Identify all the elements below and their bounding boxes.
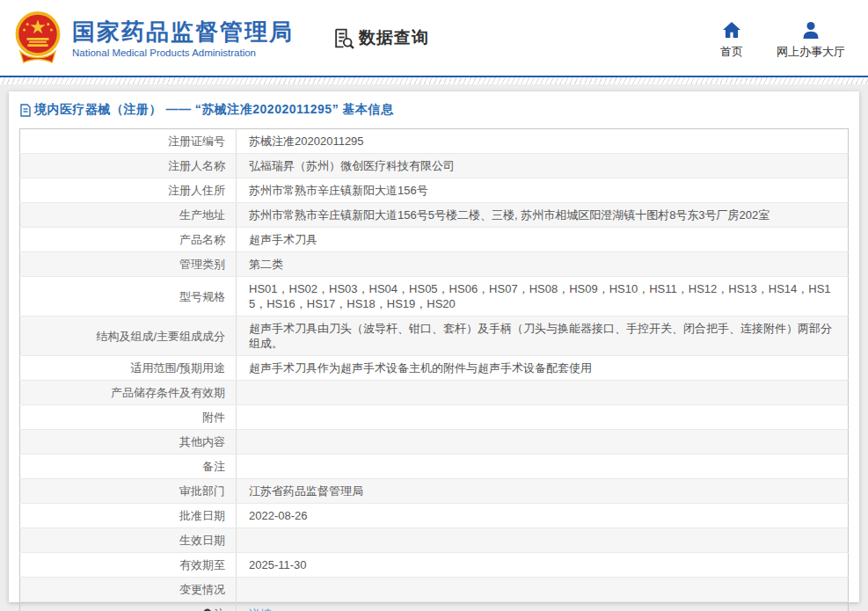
site-logo[interactable]: 国家药品监督管理局 National Medical Products Admi…: [12, 10, 294, 66]
nav-home[interactable]: 首页: [720, 21, 743, 60]
nav-online-hall-label: 网上办事大厅: [777, 44, 845, 60]
table-row: 生效日期: [20, 528, 849, 553]
hatch-band: [0, 77, 868, 84]
row-label: 有效期至: [20, 553, 237, 578]
row-label: 注册人住所: [20, 178, 237, 203]
row-label: 变更情况: [20, 578, 237, 602]
table-row: 注册证编号苏械注准20202011295: [20, 129, 849, 154]
page-title: 境内医疗器械（注册） —— “苏械注准20202011295” 基本信息: [34, 102, 394, 118]
header-links: 首页 网上办事大厅: [720, 21, 845, 60]
row-label: 生产地址: [20, 203, 237, 228]
table-row: 有效期至2025-11-30: [20, 553, 849, 578]
table-row: 批准日期2022-08-26: [20, 504, 849, 528]
detail-link[interactable]: 详情: [249, 607, 272, 611]
row-value: [237, 578, 849, 602]
row-value: 弘福瑞昇（苏州）微创医疗科技有限公司: [237, 154, 849, 178]
table-row: 产品储存条件及有效期: [20, 381, 849, 405]
logo-text: 国家药品监督管理局 National Medical Products Admi…: [72, 18, 294, 58]
home-icon: [722, 21, 741, 39]
nav-data-query-label: 数据查询: [359, 26, 429, 49]
row-label: 产品名称: [20, 228, 237, 252]
org-name-en: National Medical Products Administration: [72, 47, 294, 58]
row-label: 生效日期: [20, 528, 237, 553]
row-value: 2022-08-26: [237, 504, 849, 528]
content-card: 境内医疗器械（注册） —— “苏械注准20202011295” 基本信息 注册证…: [9, 91, 859, 602]
registration-table-wrap: 注册证编号苏械注准20202011295注册人名称弘福瑞昇（苏州）微创医疗科技有…: [19, 128, 849, 611]
row-value: 超声手术刀具由刀头（波导杆、钳口、套杆）及手柄（刀头与换能器接口、手控开关、闭合…: [237, 316, 849, 356]
nav-data-query[interactable]: 数据查询: [332, 26, 429, 49]
row-label: 结构及组成/主要组成成分: [20, 316, 237, 356]
registration-table-body: 注册证编号苏械注准20202011295注册人名称弘福瑞昇（苏州）微创医疗科技有…: [20, 129, 849, 611]
row-label: 注册证编号: [20, 129, 237, 154]
table-row: 备注: [20, 455, 849, 479]
registration-table: 注册证编号苏械注准20202011295注册人名称弘福瑞昇（苏州）微创医疗科技有…: [19, 128, 849, 611]
row-label: 批准日期: [20, 504, 237, 528]
org-name: 国家药品监督管理局: [72, 18, 294, 45]
row-value: 苏州市常熟市辛庄镇新阳大道156号5号楼二楼、三楼, 苏州市相城区阳澄湖镇十图村…: [237, 203, 849, 228]
nav-online-hall[interactable]: 网上办事大厅: [777, 21, 845, 60]
table-row: 适用范围/预期用途超声手术刀具作为超声手术设备主机的附件与超声手术设备配套使用: [20, 356, 849, 381]
table-row: 变更情况: [20, 578, 849, 602]
row-label: 型号规格: [20, 277, 237, 316]
row-value: [237, 405, 849, 430]
row-label: 管理类别: [20, 252, 237, 277]
document-search-icon: [332, 27, 354, 49]
table-row: 注册人住所苏州市常熟市辛庄镇新阳大道156号: [20, 178, 849, 203]
user-icon: [801, 21, 821, 39]
table-row: 审批部门江苏省药品监督管理局: [20, 479, 849, 504]
row-value: [237, 528, 849, 553]
table-row: 管理类别第二类: [20, 252, 849, 277]
row-value: 2025-11-30: [237, 553, 849, 578]
row-label: 其他内容: [20, 430, 237, 455]
nav-home-label: 首页: [720, 44, 743, 60]
row-value: 苏州市常熟市辛庄镇新阳大道156号: [237, 178, 849, 203]
row-value: 江苏省药品监督管理局: [237, 479, 849, 504]
row-label: 附件: [20, 405, 237, 430]
table-row: 结构及组成/主要组成成分超声手术刀具由刀头（波导杆、钳口、套杆）及手柄（刀头与换…: [20, 316, 849, 356]
page-background: 境内医疗器械（注册） —— “苏械注准20202011295” 基本信息 注册证…: [0, 84, 868, 611]
table-row: 其他内容: [20, 430, 849, 455]
row-label: 备注: [20, 455, 237, 479]
table-row: 注详情: [20, 602, 849, 611]
page-icon: [19, 104, 32, 117]
row-value: 详情: [237, 602, 849, 611]
row-label: 审批部门: [20, 479, 237, 504]
table-row: 产品名称超声手术刀具: [20, 228, 849, 252]
row-value: 超声手术刀具作为超声手术设备主机的附件与超声手术设备配套使用: [237, 356, 849, 381]
row-value: 苏械注准20202011295: [237, 129, 849, 154]
row-label: 产品储存条件及有效期: [20, 381, 237, 405]
row-value: [237, 381, 849, 405]
header: 国家药品监督管理局 National Medical Products Admi…: [0, 0, 868, 76]
row-label: 注册人名称: [20, 154, 237, 178]
row-value: [237, 455, 849, 479]
card-title-bar: 境内医疗器械（注册） —— “苏械注准20202011295” 基本信息: [9, 91, 859, 127]
row-label: 适用范围/预期用途: [20, 356, 237, 381]
table-row: 附件: [20, 405, 849, 430]
table-row: 型号规格HS01，HS02，HS03，HS04，HS05，HS06，HS07，H…: [20, 277, 849, 316]
table-row: 注册人名称弘福瑞昇（苏州）微创医疗科技有限公司: [20, 154, 849, 178]
row-label: 注: [20, 602, 237, 611]
national-emblem-icon: [12, 10, 63, 66]
table-row: 生产地址苏州市常熟市辛庄镇新阳大道156号5号楼二楼、三楼, 苏州市相城区阳澄湖…: [20, 203, 849, 228]
row-value: HS01，HS02，HS03，HS04，HS05，HS06，HS07，HS08，…: [237, 277, 849, 316]
row-value: 第二类: [237, 252, 849, 277]
row-value: 超声手术刀具: [237, 228, 849, 252]
row-value: [237, 430, 849, 455]
